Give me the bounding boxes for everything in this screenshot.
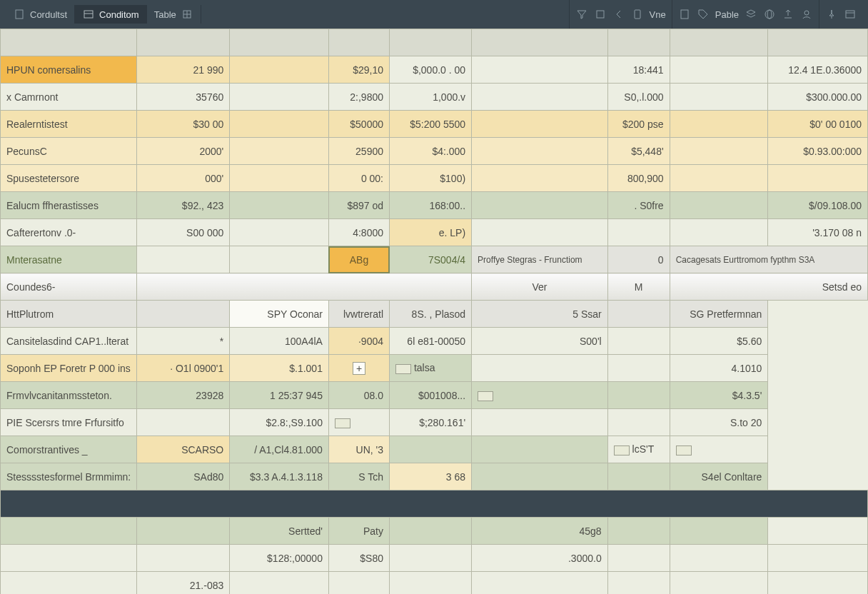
cell[interactable] bbox=[390, 436, 472, 463]
cell[interactable]: $29,10 bbox=[328, 56, 389, 84]
cell[interactable]: 35760 bbox=[137, 84, 230, 111]
cell[interactable] bbox=[1, 545, 137, 572]
row-label[interactable]: HPUN comersalins bbox=[1, 56, 137, 84]
cell[interactable]: SG Pretfermnan bbox=[670, 301, 768, 328]
cell[interactable] bbox=[768, 572, 868, 595]
filter-icon[interactable] bbox=[575, 8, 588, 21]
cell[interactable]: S0,.l.000 bbox=[607, 84, 670, 111]
cell[interactable]: S00 000 bbox=[137, 219, 230, 246]
cell[interactable] bbox=[472, 111, 608, 138]
cell[interactable]: * bbox=[137, 328, 230, 355]
cell[interactable]: $,000.0 . 00 bbox=[390, 56, 472, 84]
row-label[interactable]: Ealucm ffherastisses bbox=[1, 192, 137, 219]
cell[interactable] bbox=[670, 138, 768, 165]
cell[interactable] bbox=[472, 219, 608, 246]
cell[interactable]: 8S. , Plasod bbox=[390, 301, 472, 328]
tab-conditom[interactable]: Conditom bbox=[75, 5, 147, 24]
cell[interactable]: Paty bbox=[328, 518, 389, 545]
cell[interactable]: / A1,Cl4.81.000 bbox=[230, 436, 329, 463]
cell[interactable]: 5 Ssar bbox=[472, 301, 608, 328]
cell[interactable]: ·9004 bbox=[328, 328, 389, 355]
box-icon[interactable] bbox=[594, 8, 607, 21]
cell[interactable] bbox=[607, 301, 670, 328]
pin-icon[interactable] bbox=[825, 8, 838, 21]
cell[interactable] bbox=[607, 382, 670, 409]
cell[interactable] bbox=[607, 463, 670, 490]
cell[interactable]: 000' bbox=[137, 165, 230, 192]
cell[interactable] bbox=[472, 572, 608, 595]
accent-cell-abg[interactable]: ABg bbox=[328, 246, 389, 273]
cell[interactable] bbox=[137, 409, 230, 436]
row-label[interactable]: PIE Scersrs tmre Frfursitfo bbox=[1, 409, 137, 436]
row-label[interactable]: PecunsC bbox=[1, 138, 137, 165]
cell[interactable]: $0.93.00:000 bbox=[768, 138, 868, 165]
cell[interactable]: $897 od bbox=[328, 192, 389, 219]
window-icon[interactable] bbox=[844, 8, 857, 21]
accent-right-label1[interactable]: Proffye Stegras - Frunctiom bbox=[472, 246, 608, 273]
cell[interactable] bbox=[472, 56, 608, 84]
cell[interactable] bbox=[472, 138, 608, 165]
cell[interactable]: $5:200 5500 bbox=[390, 111, 472, 138]
cell[interactable] bbox=[472, 382, 608, 409]
cell[interactable] bbox=[670, 192, 768, 219]
cell[interactable] bbox=[390, 518, 472, 545]
cell[interactable] bbox=[230, 572, 329, 595]
cell[interactable]: 100A4lA bbox=[230, 328, 329, 355]
cell[interactable] bbox=[230, 84, 329, 111]
cell[interactable]: 45g8 bbox=[472, 518, 608, 545]
cell[interactable]: $5.60 bbox=[670, 328, 768, 355]
cell[interactable] bbox=[230, 192, 329, 219]
cell[interactable]: 4.1010 bbox=[670, 355, 768, 382]
cell[interactable] bbox=[768, 165, 868, 192]
cell[interactable]: $4:.000 bbox=[390, 138, 472, 165]
row-label[interactable]: Spusestetersore bbox=[1, 165, 137, 192]
cell[interactable]: $30 00 bbox=[137, 111, 230, 138]
cell[interactable]: talsa bbox=[390, 355, 472, 382]
tag-icon[interactable] bbox=[697, 8, 710, 21]
cell[interactable]: e. LP) bbox=[390, 219, 472, 246]
row-label[interactable]: Stesssstesformel Brmmimn: bbox=[1, 463, 137, 490]
cell[interactable]: 800,900 bbox=[607, 165, 670, 192]
accent-cell-val[interactable]: 7S004/4 bbox=[390, 246, 472, 273]
cell[interactable]: SAd80 bbox=[137, 463, 230, 490]
cell[interactable]: 18:441 bbox=[607, 56, 670, 84]
cell[interactable] bbox=[472, 355, 608, 382]
cell[interactable]: .3000.0 bbox=[472, 545, 608, 572]
row-label[interactable]: x Camrnont bbox=[1, 84, 137, 111]
cell[interactable] bbox=[328, 409, 389, 436]
cell[interactable] bbox=[670, 518, 768, 545]
cell[interactable] bbox=[607, 328, 670, 355]
cell[interactable]: $300.000.00 bbox=[768, 84, 868, 111]
cell[interactable] bbox=[137, 301, 230, 328]
spreadsheet-area[interactable]: HPUN comersalins21 990$29,10$,000.0 . 00… bbox=[0, 29, 868, 594]
cell[interactable]: 12.4 1E.0.36000 bbox=[768, 56, 868, 84]
cell[interactable] bbox=[768, 545, 868, 572]
cell[interactable]: $2.8:,S9.100 bbox=[230, 409, 329, 436]
cell[interactable] bbox=[1, 518, 137, 545]
cell[interactable]: 0 00: bbox=[328, 165, 389, 192]
row-label[interactable]: Realerntistest bbox=[1, 111, 137, 138]
row-label[interactable]: Soponh EP Foretr P 000 ins bbox=[1, 355, 137, 382]
cell[interactable]: 1 25:37 945 bbox=[230, 382, 329, 409]
cell[interactable]: SPY Oconar bbox=[230, 301, 329, 328]
cell[interactable] bbox=[1, 572, 137, 595]
cell[interactable] bbox=[768, 518, 868, 545]
cell[interactable] bbox=[472, 165, 608, 192]
cell[interactable]: $5,448' bbox=[607, 138, 670, 165]
cell[interactable] bbox=[670, 111, 768, 138]
cell[interactable]: S00'l bbox=[472, 328, 608, 355]
cell[interactable] bbox=[607, 409, 670, 436]
globe-icon[interactable] bbox=[763, 8, 776, 21]
row-label[interactable]: Cafterertonv .0- bbox=[1, 219, 137, 246]
cell[interactable] bbox=[137, 518, 230, 545]
row-label[interactable]: Cansitelasdind CAP1..lterat bbox=[1, 328, 137, 355]
tab-cordultst[interactable]: Cordultst bbox=[6, 5, 75, 24]
cell[interactable] bbox=[328, 572, 389, 595]
cell[interactable]: $;280.161' bbox=[390, 409, 472, 436]
cell[interactable] bbox=[230, 219, 329, 246]
export-icon[interactable] bbox=[782, 8, 794, 21]
cell[interactable]: S4el Conltare bbox=[670, 463, 768, 490]
cell[interactable] bbox=[607, 219, 670, 246]
row-label[interactable]: Frmvlvcanitanmssteton. bbox=[1, 382, 137, 409]
cell[interactable] bbox=[472, 463, 608, 490]
